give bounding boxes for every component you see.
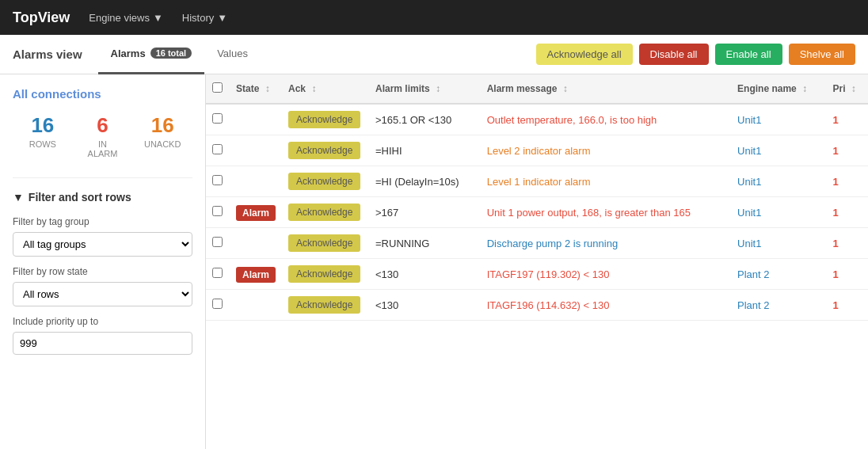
row-priority: 1	[826, 104, 868, 135]
row-checkbox[interactable]	[212, 144, 223, 154]
enable-all-button[interactable]: Enable all	[715, 44, 782, 65]
row-engine-name[interactable]: Unit1	[731, 228, 826, 259]
row-engine-name[interactable]: Unit1	[731, 104, 826, 135]
acknowledge-button[interactable]: Acknowledge	[288, 142, 360, 159]
row-state	[230, 290, 282, 321]
th-alarm-limits[interactable]: Alarm limits ↕	[369, 74, 481, 104]
row-alarm-message: ITAGF197 (119.302) < 130	[481, 259, 731, 290]
acknowledge-button[interactable]: Acknowledge	[288, 111, 360, 128]
row-alarm-limits: >165.1 OR <130	[369, 104, 481, 135]
filter-row-state-label: Filter by row state	[13, 266, 192, 277]
row-engine-name[interactable]: Plant 2	[731, 290, 826, 321]
stat-in-alarm: 6 INALARM	[73, 113, 133, 158]
tab-alarms[interactable]: Alarms 16 total	[98, 35, 205, 74]
content-area: State ↕ Ack ↕ Alarm limits ↕ Alarm messa…	[206, 74, 868, 449]
ack-sort-icon: ↕	[311, 83, 316, 94]
filter-section-header[interactable]: ▼ Filter and sort rows	[13, 191, 192, 204]
filter-tag-group-select[interactable]: All tag groups	[13, 232, 192, 257]
table-header: State ↕ Ack ↕ Alarm limits ↕ Alarm messa…	[206, 74, 868, 104]
stat-in-alarm-value: 6	[73, 113, 133, 138]
engine-name-sort-icon: ↕	[802, 83, 807, 94]
stat-in-alarm-label: INALARM	[73, 139, 133, 158]
page-title: Alarms view	[13, 48, 82, 61]
include-priority-label: Include priority up to	[13, 316, 192, 327]
row-ack-cell: Acknowledge	[282, 104, 369, 135]
th-alarm-message[interactable]: Alarm message ↕	[481, 74, 731, 104]
row-ack-cell: Acknowledge	[282, 135, 369, 166]
th-priority[interactable]: Pri ↕	[826, 74, 868, 104]
row-engine-name[interactable]: Plant 2	[731, 259, 826, 290]
row-ack-cell: Acknowledge	[282, 290, 369, 321]
select-all-checkbox[interactable]	[212, 82, 223, 93]
alarms-badge: 16 total	[150, 48, 192, 59]
row-state	[230, 228, 282, 259]
filter-row-state-select[interactable]: All rows	[13, 282, 192, 306]
row-alarm-message: Level 2 indicator alarm	[481, 135, 731, 166]
history-dropdown-icon: ▼	[217, 12, 227, 24]
stat-unackd-value: 16	[132, 113, 192, 138]
acknowledge-button[interactable]: Acknowledge	[288, 296, 360, 314]
row-checkbox[interactable]	[212, 268, 223, 278]
th-engine-name[interactable]: Engine name ↕	[731, 74, 826, 104]
table-row: Acknowledge>165.1 OR <130Outlet temperat…	[206, 104, 868, 135]
th-state[interactable]: State ↕	[230, 74, 282, 104]
engine-views-nav[interactable]: Engine views ▼	[89, 12, 162, 24]
table-row: Acknowledge<130ITAGF196 (114.632) < 130P…	[206, 290, 868, 321]
table-row: Acknowledge=HI (DelayIn=10s)Level 1 indi…	[206, 166, 868, 197]
row-checkbox[interactable]	[212, 299, 223, 309]
th-ack[interactable]: Ack ↕	[282, 74, 369, 104]
row-alarm-message: ITAGF196 (114.632) < 130	[481, 290, 731, 321]
table-row: AlarmAcknowledge<130ITAGF197 (119.302) <…	[206, 259, 868, 290]
stats-row: 16 ROWS 6 INALARM 16 UNACKD	[13, 113, 192, 158]
sidebar-divider	[13, 177, 192, 178]
row-alarm-limits: =HI (DelayIn=10s)	[369, 166, 481, 197]
alarm-message-sort-icon: ↕	[563, 83, 568, 94]
row-state	[230, 166, 282, 197]
row-checkbox[interactable]	[212, 175, 223, 185]
acknowledge-button[interactable]: Acknowledge	[288, 234, 360, 252]
priority-sort-icon: ↕	[851, 83, 856, 94]
stat-rows: 16 ROWS	[13, 113, 73, 158]
row-ack-cell: Acknowledge	[282, 259, 369, 290]
engine-views-dropdown-icon: ▼	[153, 12, 163, 24]
row-state	[230, 104, 282, 135]
acknowledge-all-button[interactable]: Acknowledge all	[536, 44, 633, 65]
all-connections-title: All connections	[13, 87, 192, 101]
sub-nav-actions: Acknowledge all Disable all Enable all S…	[536, 44, 855, 65]
shelve-all-button[interactable]: Shelve all	[789, 44, 855, 65]
alarm-state-badge: Alarm	[236, 205, 276, 221]
sub-nav: Alarms view Alarms 16 total Values Ackno…	[0, 35, 868, 74]
row-priority: 1	[826, 197, 868, 228]
row-priority: 1	[826, 228, 868, 259]
row-engine-name[interactable]: Unit1	[731, 197, 826, 228]
row-engine-name[interactable]: Unit1	[731, 166, 826, 197]
row-engine-name[interactable]: Unit1	[731, 135, 826, 166]
row-checkbox[interactable]	[212, 237, 223, 247]
table-row: AlarmAcknowledge>167Unit 1 power output,…	[206, 197, 868, 228]
disable-all-button[interactable]: Disable all	[639, 44, 709, 65]
row-checkbox[interactable]	[212, 206, 223, 216]
row-checkbox[interactable]	[212, 113, 223, 124]
th-checkbox	[206, 74, 230, 104]
row-ack-cell: Acknowledge	[282, 166, 369, 197]
row-state	[230, 135, 282, 166]
row-alarm-limits: <130	[369, 290, 481, 321]
stat-rows-value: 16	[13, 113, 73, 138]
acknowledge-button[interactable]: Acknowledge	[288, 173, 360, 190]
history-nav[interactable]: History ▼	[182, 12, 227, 24]
table-row: Acknowledge=HIHILevel 2 indicator alarmU…	[206, 135, 868, 166]
row-alarm-message: Outlet temperature, 166.0, is too high	[481, 104, 731, 135]
row-alarm-limits: <130	[369, 259, 481, 290]
row-alarm-limits: =HIHI	[369, 135, 481, 166]
include-priority-input[interactable]	[13, 332, 192, 355]
row-state: Alarm	[230, 259, 282, 290]
tab-values[interactable]: Values	[204, 35, 261, 74]
acknowledge-button[interactable]: Acknowledge	[288, 204, 360, 221]
brand-logo: TopView	[13, 10, 70, 26]
row-priority: 1	[826, 290, 868, 321]
row-priority: 1	[826, 166, 868, 197]
row-alarm-limits: =RUNNING	[369, 228, 481, 259]
main-layout: All connections 16 ROWS 6 INALARM 16 UNA…	[0, 74, 868, 449]
table-body: Acknowledge>165.1 OR <130Outlet temperat…	[206, 104, 868, 321]
acknowledge-button[interactable]: Acknowledge	[288, 265, 360, 283]
